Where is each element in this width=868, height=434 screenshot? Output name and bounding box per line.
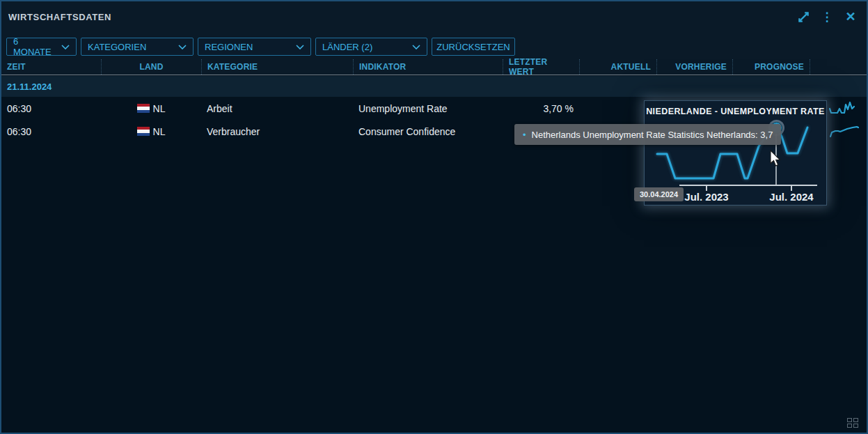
- reset-button[interactable]: ZURÜCKSETZEN: [432, 38, 515, 56]
- cell-time: 06:30: [1, 97, 101, 120]
- table-header: ZEIT LAND KATEGORIE INDIKATOR LETZTER WE…: [1, 59, 867, 75]
- top-bar: WIRTSCHAFTSDATEN ⋮ ✕ 6 MONATE KATEGORIEN: [1, 1, 867, 59]
- sparkline-chart: [827, 100, 860, 117]
- categories-dropdown-label: KATEGORIEN: [88, 42, 146, 52]
- economic-data-widget: WIRTSCHAFTSDATEN ⋮ ✕ 6 MONATE KATEGORIEN: [0, 0, 868, 434]
- expand-icon[interactable]: [796, 9, 811, 24]
- series-tooltip-text: Netherlands Unemployment Rate Statistics…: [532, 130, 773, 140]
- column-header-chart: [810, 59, 867, 75]
- chart-popup: NIEDERLANDE - UNEMPLOYMENT RATE Jul. 202…: [644, 100, 827, 206]
- country-code: NL: [153, 126, 166, 137]
- reset-button-label: ZURÜCKSETZEN: [436, 42, 510, 52]
- chevron-down-icon: [178, 45, 187, 49]
- countries-dropdown[interactable]: LÄNDER (2): [315, 38, 427, 56]
- column-header-letzter-wert[interactable]: LETZTER WERT: [503, 59, 579, 75]
- grid-resize-icon[interactable]: [847, 418, 859, 428]
- cell-category: Verbraucher: [201, 120, 353, 143]
- column-header-aktuell[interactable]: AKTUELL: [579, 59, 656, 75]
- column-header-indikator[interactable]: INDIKATOR: [353, 59, 503, 75]
- date-group-row: 21.11.2024: [1, 76, 867, 97]
- title-bar: WIRTSCHAFTSDATEN ⋮ ✕: [1, 1, 867, 33]
- chevron-down-icon: [296, 45, 304, 49]
- nl-flag-icon: [137, 127, 150, 136]
- column-header-kategorie[interactable]: KATEGORIE: [201, 59, 353, 75]
- column-header-prognose[interactable]: PROGNOSE: [732, 59, 810, 75]
- column-header-zeit[interactable]: ZEIT: [1, 59, 101, 75]
- regions-dropdown[interactable]: REGIONEN: [198, 38, 311, 56]
- filter-bar: 6 MONATE KATEGORIEN REGIONEN LÄNDER (2) …: [6, 38, 515, 56]
- period-dropdown-label: 6 MONATE: [13, 36, 56, 57]
- column-header-land[interactable]: LAND: [101, 59, 201, 75]
- cell-country: NL: [101, 97, 201, 120]
- regions-dropdown-label: REGIONEN: [205, 42, 253, 52]
- axis-tick: [706, 186, 707, 191]
- hover-date-tag: 30.04.2024: [634, 187, 684, 201]
- chevron-down-icon: [61, 45, 70, 49]
- x-axis: [679, 185, 817, 186]
- cell-indicator: Unemployment Rate: [353, 97, 503, 120]
- axis-tick: [791, 186, 792, 191]
- categories-dropdown[interactable]: KATEGORIEN: [81, 38, 194, 56]
- cell-last-value: 3,70 %: [503, 97, 579, 120]
- cell-time: 06:30: [1, 120, 101, 143]
- sparkline-chart: [827, 123, 860, 140]
- kebab-menu-icon[interactable]: ⋮: [819, 9, 835, 24]
- mouse-cursor: [769, 150, 782, 168]
- date-group-label: 21.11.2024: [7, 82, 52, 92]
- window-title: WIRTSCHAFTSDATEN: [8, 12, 111, 22]
- series-bullet-icon: •: [523, 130, 526, 139]
- cell-indicator: Consumer Confidence: [353, 120, 503, 143]
- country-code: NL: [153, 103, 166, 114]
- series-tooltip: • Netherlands Unemployment Rate Statisti…: [514, 124, 781, 145]
- close-icon[interactable]: ✕: [843, 9, 858, 24]
- column-header-vorherige[interactable]: VORHERIGE: [656, 59, 732, 75]
- titlebar-icons: ⋮ ✕: [796, 9, 858, 24]
- cell-country: NL: [101, 120, 201, 143]
- period-dropdown[interactable]: 6 MONATE: [6, 38, 77, 56]
- countries-dropdown-label: LÄNDER (2): [322, 42, 372, 52]
- chevron-down-icon: [412, 45, 420, 49]
- cell-category: Arbeit: [201, 97, 353, 120]
- x-axis-label: Jul. 2024: [753, 191, 830, 203]
- nl-flag-icon: [137, 104, 150, 113]
